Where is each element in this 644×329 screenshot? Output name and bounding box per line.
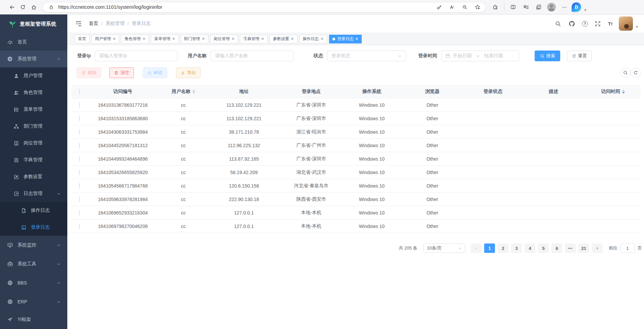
delete-button[interactable]: 删除: [77, 67, 101, 78]
row-checkbox[interactable]: [79, 102, 80, 108]
page-button-2[interactable]: 2: [498, 243, 508, 253]
sidebar-item-role-mgmt[interactable]: 角色管理: [0, 84, 67, 101]
row-checkbox[interactable]: [79, 210, 80, 216]
tab-home[interactable]: 首页: [75, 35, 90, 43]
unlock-button[interactable]: 解锁: [143, 67, 167, 78]
col-desc[interactable]: 描述: [522, 89, 585, 95]
table-row[interactable]: 1641044520567181312 cc 112.96.225.132 广东…: [71, 139, 641, 152]
sidebar-item-system-monitor[interactable]: 系统监控: [0, 236, 67, 255]
table-row[interactable]: 1641069798270046208 cc 127.0.0.1 本地-本机 W…: [71, 220, 641, 233]
browser-profile-avatar[interactable]: [546, 2, 557, 12]
table-refresh-button[interactable]: [631, 68, 641, 78]
filter-user-input[interactable]: 请输入用户名称: [211, 51, 293, 61]
sidebar-item-post-mgmt[interactable]: 岗位管理: [0, 135, 67, 152]
sidebar-item-system-tools[interactable]: 系统工具: [0, 255, 67, 273]
sort-icon[interactable]: [622, 90, 625, 94]
table-row[interactable]: 1641054566717984768 cc 120.6.150.158 河北省…: [71, 179, 641, 193]
page-button-5[interactable]: 5: [538, 243, 549, 253]
collections-icon[interactable]: [533, 2, 544, 12]
col-location[interactable]: 登录地点: [279, 89, 343, 95]
breadcrumb-system-mgmt[interactable]: 系统管理: [106, 21, 124, 27]
col-time[interactable]: 访问时间: [585, 89, 641, 95]
github-icon[interactable]: [568, 20, 576, 27]
close-icon[interactable]: ✕: [202, 37, 205, 41]
table-row[interactable]: 1641031533185863680 cc 113.102.129.221 广…: [71, 112, 641, 125]
col-user[interactable]: 用户名称: [158, 89, 209, 95]
close-icon[interactable]: ✕: [261, 37, 264, 41]
table-row[interactable]: 1641043063331753984 cc 39.171.210.78 浙江省…: [71, 125, 641, 139]
page-button-6[interactable]: 6: [551, 243, 562, 253]
table-row[interactable]: 1641044993248464896 cc 113.87.92.165 广东省…: [71, 152, 641, 166]
header-search-icon[interactable]: [554, 20, 562, 27]
col-os[interactable]: 操作系统: [343, 89, 400, 95]
favorite-add-icon[interactable]: [472, 2, 483, 12]
address-bar[interactable]: https://ccnetcore.com:1101/system/log/lo…: [42, 2, 486, 12]
avatar-caret-icon[interactable]: ▼: [635, 25, 639, 31]
col-address[interactable]: 地址: [209, 89, 279, 95]
copilot-icon[interactable]: b: [572, 2, 581, 12]
browser-menu-icon[interactable]: [559, 2, 570, 12]
row-checkbox[interactable]: [79, 116, 80, 121]
breadcrumb-home[interactable]: 首页: [89, 21, 98, 27]
page-button-1[interactable]: 1: [484, 243, 495, 253]
sidebar-item-login-log[interactable]: 登录日志: [0, 219, 67, 236]
table-row[interactable]: 1641053426655825920 cc 58.19.42.209 湖北省-…: [71, 166, 641, 179]
fullscreen-icon[interactable]: [594, 20, 602, 27]
read-aloud-icon[interactable]: [446, 2, 457, 12]
sidebar-item-system-mgmt[interactable]: 系统管理: [0, 51, 67, 67]
password-key-icon[interactable]: [434, 2, 444, 12]
col-browser[interactable]: 浏览器: [400, 89, 464, 95]
close-icon[interactable]: ✕: [321, 37, 324, 41]
url-text[interactable]: https://ccnetcore.com:1101/system/log/lo…: [58, 4, 434, 10]
close-icon[interactable]: ✕: [142, 37, 145, 41]
page-button-21[interactable]: 21: [578, 243, 589, 253]
sidebar-item-dept-mgmt[interactable]: 部门管理: [0, 118, 67, 135]
search-button[interactable]: 搜索: [535, 51, 560, 61]
select-all-checkbox[interactable]: [79, 89, 80, 94]
export-button[interactable]: 导出: [176, 67, 201, 78]
filter-ip-input[interactable]: 请输入登录Ip: [95, 51, 178, 61]
reset-button[interactable]: 重置: [567, 51, 592, 61]
sidebar-item-menu-mgmt[interactable]: 菜单管理: [0, 101, 67, 118]
table-row[interactable]: 1641031367863177216 cc 113.102.129.221 广…: [71, 98, 641, 112]
sidebar-item-home[interactable]: 首页: [0, 34, 67, 51]
page-button-3[interactable]: 3: [511, 243, 522, 253]
tab-dict-mgmt[interactable]: 字典管理✕: [240, 35, 267, 43]
sidebar-item-user-mgmt[interactable]: 用户管理: [0, 67, 67, 84]
tab-operation-log[interactable]: 操作日志✕: [299, 35, 327, 43]
row-checkbox[interactable]: [79, 224, 80, 229]
row-checkbox[interactable]: [79, 156, 80, 162]
page-size-select[interactable]: 10条/页: [423, 243, 465, 253]
sort-icon[interactable]: [192, 90, 195, 94]
browser-back-button[interactable]: [7, 2, 17, 12]
row-checkbox[interactable]: [79, 197, 80, 202]
close-icon[interactable]: ✕: [113, 37, 116, 41]
goto-page-input[interactable]: [620, 243, 635, 253]
table-row[interactable]: 1641059633978281984 cc 222.90.130.18 陕西省…: [71, 193, 641, 206]
browser-refresh-button[interactable]: [17, 2, 28, 12]
font-size-icon[interactable]: TT: [608, 21, 612, 27]
close-icon[interactable]: ✕: [355, 37, 358, 41]
filter-status-select[interactable]: 登录状态: [327, 51, 406, 61]
sidebar-item-erp[interactable]: ERP: [0, 292, 67, 311]
tab-dept-mgmt[interactable]: 部门管理✕: [181, 35, 208, 43]
next-page-button[interactable]: ›: [592, 243, 603, 253]
extensions-icon[interactable]: [490, 2, 501, 12]
tab-menu-mgmt[interactable]: 菜单管理✕: [151, 35, 178, 43]
table-search-toggle-button[interactable]: [620, 68, 631, 78]
sidebar-item-operation-log[interactable]: 操作日志: [0, 202, 67, 219]
zoom-out-icon[interactable]: [459, 2, 470, 12]
more-pages-button[interactable]: •••: [565, 243, 576, 253]
sidebar-item-yi-framework[interactable]: Yi框架: [0, 311, 67, 328]
sidebar-item-param-settings[interactable]: 参数设置: [0, 168, 67, 185]
split-screen-icon[interactable]: [508, 2, 518, 12]
sidebar-collapse-icon[interactable]: [75, 20, 82, 27]
filter-daterange-input[interactable]: 开始日期 - 结束日期: [441, 51, 519, 61]
sidebar-item-bbs[interactable]: BBS: [0, 273, 67, 292]
close-icon[interactable]: ✕: [291, 37, 294, 41]
favorites-bar-icon[interactable]: [521, 2, 531, 12]
row-checkbox[interactable]: [79, 143, 80, 148]
table-row[interactable]: 1641069652933218304 cc 127.0.0.1 本地-本机 W…: [71, 206, 641, 220]
browser-home-button[interactable]: [28, 2, 39, 12]
sidebar-item-dict-mgmt[interactable]: 字典管理: [0, 152, 67, 168]
